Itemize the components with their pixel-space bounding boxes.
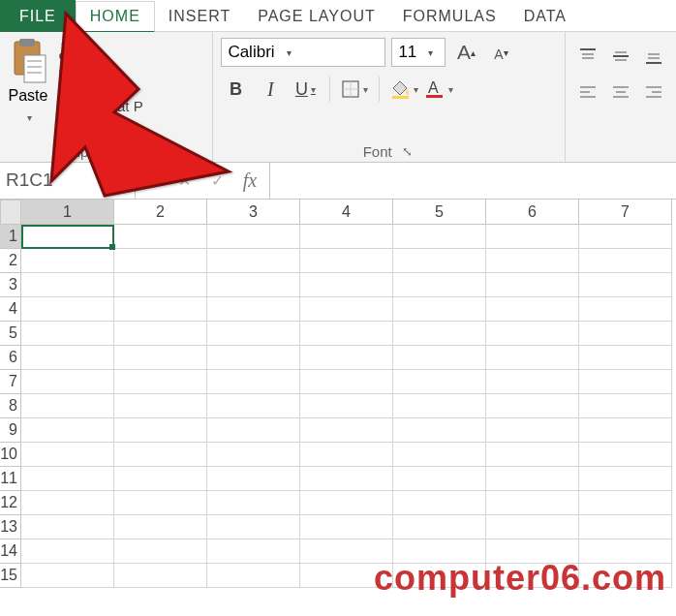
cell[interactable] <box>207 515 300 539</box>
paste-dropdown[interactable] <box>24 108 32 125</box>
cell[interactable] <box>486 394 579 418</box>
col-header[interactable]: 2 <box>114 200 207 225</box>
cell[interactable] <box>114 249 207 273</box>
row-header[interactable]: 6 <box>0 346 21 370</box>
cell[interactable] <box>486 346 579 370</box>
cell[interactable] <box>207 273 300 297</box>
tab-insert[interactable]: INSERT <box>155 0 244 32</box>
cell[interactable] <box>486 418 579 443</box>
cell[interactable] <box>393 491 486 515</box>
cell[interactable] <box>300 394 393 418</box>
copy-dropdown[interactable] <box>115 71 123 87</box>
tab-formulas[interactable]: FORMULAS <box>389 0 510 32</box>
cell[interactable] <box>21 225 114 249</box>
cell[interactable] <box>207 297 300 322</box>
cell[interactable] <box>579 467 672 491</box>
clipboard-dialog-launcher[interactable]: ⤡ <box>134 144 149 160</box>
cell[interactable] <box>207 564 300 588</box>
row-header[interactable]: 14 <box>0 539 21 564</box>
cell[interactable] <box>393 467 486 491</box>
cell[interactable] <box>300 297 393 322</box>
cell[interactable] <box>21 370 114 394</box>
cell[interactable] <box>300 418 393 443</box>
cell[interactable] <box>207 467 300 491</box>
cell[interactable] <box>579 249 672 273</box>
cell[interactable] <box>21 394 114 418</box>
cell[interactable] <box>579 273 672 297</box>
cell[interactable] <box>21 539 114 564</box>
row-header[interactable]: 3 <box>0 273 21 297</box>
cell[interactable] <box>393 273 486 297</box>
italic-button[interactable]: I <box>256 75 285 104</box>
cell[interactable] <box>393 225 486 249</box>
cell[interactable] <box>114 322 207 346</box>
cell[interactable] <box>21 515 114 539</box>
cell[interactable] <box>21 491 114 515</box>
col-header[interactable]: 3 <box>207 200 300 225</box>
align-left-button[interactable] <box>573 78 602 108</box>
bold-button[interactable]: B <box>221 75 250 104</box>
cell[interactable] <box>300 273 393 297</box>
cell[interactable] <box>207 322 300 346</box>
align-top-button[interactable] <box>573 42 602 71</box>
cell[interactable] <box>486 249 579 273</box>
cell[interactable] <box>393 297 486 322</box>
cell[interactable] <box>114 394 207 418</box>
col-header[interactable]: 5 <box>393 200 486 225</box>
cell[interactable] <box>300 467 393 491</box>
cell[interactable] <box>114 273 207 297</box>
cell[interactable] <box>114 370 207 394</box>
cell[interactable] <box>114 467 207 491</box>
cell[interactable] <box>579 443 672 467</box>
col-header[interactable]: 7 <box>579 200 672 225</box>
cut-button[interactable] <box>58 42 143 61</box>
cell[interactable] <box>486 322 579 346</box>
cell[interactable] <box>393 394 486 418</box>
cell[interactable] <box>207 443 300 467</box>
font-dialog-launcher[interactable]: ⤡ <box>400 144 415 160</box>
align-bottom-button[interactable] <box>639 42 668 71</box>
cell[interactable] <box>21 346 114 370</box>
cell[interactable] <box>579 515 672 539</box>
cell[interactable] <box>21 443 114 467</box>
cell[interactable] <box>486 443 579 467</box>
cell[interactable] <box>114 491 207 515</box>
cell[interactable] <box>21 249 114 273</box>
select-all-corner[interactable] <box>0 200 21 225</box>
confirm-entry-button[interactable]: ✓ <box>201 166 232 197</box>
cell[interactable] <box>114 225 207 249</box>
row-header[interactable]: 10 <box>0 443 21 467</box>
format-painter-button[interactable]: Format P <box>58 96 143 115</box>
cell[interactable] <box>300 249 393 273</box>
cell[interactable] <box>300 491 393 515</box>
cell[interactable] <box>207 394 300 418</box>
cell[interactable] <box>114 346 207 370</box>
cell[interactable] <box>207 346 300 370</box>
cell[interactable] <box>579 225 672 249</box>
col-header[interactable]: 6 <box>486 200 579 225</box>
paste-split-button[interactable]: Paste <box>8 38 48 141</box>
row-header[interactable]: 11 <box>0 467 21 491</box>
formula-input[interactable] <box>269 163 676 199</box>
cell[interactable] <box>393 515 486 539</box>
cell[interactable] <box>300 346 393 370</box>
cell[interactable] <box>486 515 579 539</box>
cell[interactable] <box>207 418 300 443</box>
cell[interactable] <box>393 322 486 346</box>
cell[interactable] <box>207 491 300 515</box>
cell[interactable] <box>21 418 114 443</box>
cell[interactable] <box>579 370 672 394</box>
cell[interactable] <box>393 346 486 370</box>
cell[interactable] <box>21 564 114 588</box>
align-middle-button[interactable] <box>606 42 635 71</box>
cell[interactable] <box>393 249 486 273</box>
cell[interactable] <box>486 467 579 491</box>
row-header[interactable]: 7 <box>0 370 21 394</box>
cell[interactable] <box>300 322 393 346</box>
col-header[interactable]: 4 <box>300 200 393 225</box>
cell[interactable] <box>486 225 579 249</box>
cell[interactable] <box>21 297 114 322</box>
tab-page-layout[interactable]: PAGE LAYOUT <box>244 0 389 32</box>
cell[interactable] <box>300 515 393 539</box>
cell[interactable] <box>579 418 672 443</box>
